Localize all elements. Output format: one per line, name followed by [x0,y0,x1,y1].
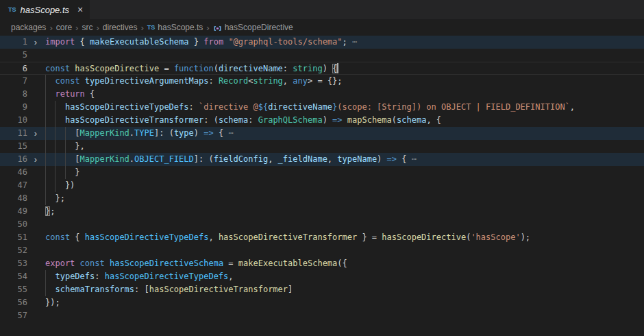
code-line-6[interactable]: 6const hasScopeDirective = function(dire… [0,62,644,75]
code-line-53[interactable]: 53export const hasScopeDirectiveSchema =… [0,257,644,270]
indent-guide [55,166,55,179]
line-number: 8 [0,88,27,101]
code-line-15[interactable]: 15 }, [0,140,644,153]
line-number: 50 [0,218,27,231]
breadcrumb-item-hasscopedirective[interactable]: hasScopeDirective [213,23,293,32]
fold-chevron-icon[interactable]: › [29,36,42,49]
breadcrumb-separator-icon: › [75,23,78,33]
code-text: [MapperKind.TYPE]: (type) => { ⋯ [45,127,644,140]
code-text: }) [45,179,644,192]
fold-gutter [29,270,42,283]
fold-gutter [29,166,42,179]
ts-file-icon: TS [8,6,16,13]
fold-gutter [29,62,42,74]
indent-guide [55,114,55,127]
fold-gutter [29,283,42,296]
breadcrumb-item-hasscope-ts[interactable]: TShasScope.ts [147,23,203,32]
indent-guide [45,101,46,114]
code-text: }; [45,205,644,218]
code-line-9[interactable]: 9 hasScopeDirectiveTypeDefs: `directive … [0,101,644,114]
code-text: }; [45,192,644,205]
fold-gutter [29,257,42,270]
code-text: }, [45,140,644,153]
code-line-48[interactable]: 48 }; [0,192,644,205]
fold-gutter [29,75,42,88]
code-line-1[interactable]: 1›import { makeExecutableSchema } from "… [0,36,644,49]
code-text: }); [45,296,644,309]
code-line-16[interactable]: 16› [MapperKind.OBJECT_FIELD]: (fieldCon… [0,153,644,166]
line-number: 54 [0,270,27,283]
breadcrumb-item-core[interactable]: core [56,23,72,32]
breadcrumb-item-directives[interactable]: directives [103,23,138,32]
fold-chevron-icon[interactable]: › [29,153,42,166]
code-editor[interactable]: 1›import { makeExecutableSchema } from "… [0,36,644,336]
code-text: return { [45,88,644,101]
line-number: 6 [0,62,27,74]
code-line-11[interactable]: 11› [MapperKind.TYPE]: (type) => { ⋯ [0,127,644,140]
indent-guide [55,179,55,192]
breadcrumb-item-packages[interactable]: packages [11,23,46,32]
indent-guide [65,153,66,166]
indent-guide [45,166,46,179]
fold-gutter [29,179,42,192]
code-line-7[interactable]: 7 const typeDirectiveArgumentMaps: Recor… [0,75,644,88]
code-line-47[interactable]: 47 }) [0,179,644,192]
fold-gutter [29,296,42,309]
code-line-5[interactable]: 5 [0,49,644,62]
breadcrumb-label: hasScopeDirective [225,23,293,32]
indent-guide [55,127,55,140]
fold-gutter [29,218,42,231]
line-number: 51 [0,231,27,244]
code-text: const hasScopeDirective = function(direc… [45,62,644,74]
indent-guide [65,127,66,140]
code-text: const { hasScopeDirectiveTypeDefs, hasSc… [45,231,644,244]
code-line-56[interactable]: 56}); [0,296,644,309]
fold-gutter [29,231,42,244]
line-number: 7 [0,75,27,88]
code-line-54[interactable]: 54 typeDefs: hasScopeDirectiveTypeDefs, [0,270,644,283]
line-number: 53 [0,257,27,270]
indent-guide [45,114,46,127]
close-icon[interactable]: × [77,5,83,14]
line-number: 49 [0,205,27,218]
code-text: } [45,166,644,179]
indent-guide [45,270,46,283]
line-number: 55 [0,283,27,296]
breadcrumb-label: packages [11,23,46,32]
breadcrumb-separator-icon: › [206,23,209,33]
fold-gutter [29,101,42,114]
code-line-57[interactable]: 57 [0,309,644,322]
indent-guide [45,192,46,205]
code-text: typeDefs: hasScopeDirectiveTypeDefs, [45,270,644,283]
fold-chevron-icon[interactable]: › [29,127,42,140]
line-number: 52 [0,244,27,257]
code-text: const typeDirectiveArgumentMaps: Record<… [45,75,644,88]
fold-gutter [29,140,42,153]
code-line-55[interactable]: 55 schemaTransforms: [hasScopeDirectiveT… [0,283,644,296]
fold-gutter [29,88,42,101]
code-line-8[interactable]: 8 return { [0,88,644,101]
tab-hasscope-ts[interactable]: TS hasScope.ts × [0,0,90,19]
code-text: schemaTransforms: [hasScopeDirectiveTran… [45,283,644,296]
breadcrumb-separator-icon: › [49,23,52,33]
indent-guide [55,140,55,153]
code-line-46[interactable]: 46 } [0,166,644,179]
indent-guide [45,140,46,153]
line-number: 5 [0,49,27,62]
line-number: 47 [0,179,27,192]
indent-guide [45,88,46,101]
fold-gutter [29,49,42,62]
line-number: 10 [0,114,27,127]
code-line-51[interactable]: 51const { hasScopeDirectiveTypeDefs, has… [0,231,644,244]
breadcrumb-label: hasScope.ts [158,23,203,32]
code-line-10[interactable]: 10 hasScopeDirectiveTransformer: (schema… [0,114,644,127]
tab-label: hasScope.ts [21,5,70,15]
code-line-50[interactable]: 50 [0,218,644,231]
code-line-49[interactable]: 49}; [0,205,644,218]
breadcrumb-label: directives [103,23,138,32]
line-number: 46 [0,166,27,179]
breadcrumb-item-src[interactable]: src [82,23,92,32]
line-number: 56 [0,296,27,309]
code-line-52[interactable]: 52 [0,244,644,257]
line-number: 9 [0,101,27,114]
